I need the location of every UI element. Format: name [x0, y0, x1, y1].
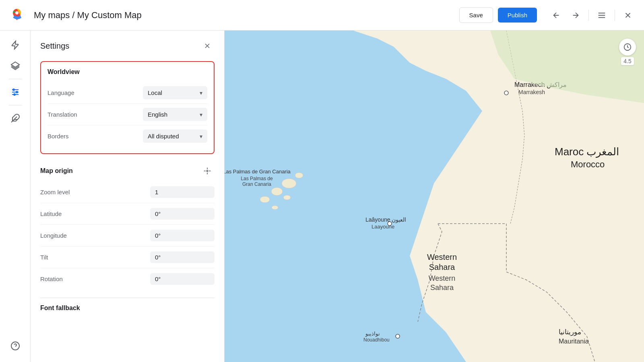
- latitude-value[interactable]: 0°: [150, 208, 215, 220]
- header-actions: Save Publish: [459, 7, 537, 23]
- zoom-clock-icon: [619, 39, 636, 56]
- svg-text:Morocco: Morocco: [571, 159, 605, 169]
- zoom-level-display: 4.5: [621, 57, 634, 65]
- map-origin-title: Map origin: [40, 167, 73, 175]
- svg-text:Gran Canaria: Gran Canaria: [242, 181, 271, 187]
- svg-text:Western: Western: [429, 274, 456, 282]
- rotation-value[interactable]: 0°: [150, 273, 215, 285]
- settings-title: Settings: [40, 41, 69, 51]
- svg-point-26: [396, 334, 400, 338]
- language-value: Local: [148, 89, 162, 96]
- tilt-row: Tilt 0°: [40, 247, 215, 268]
- crosshair-button[interactable]: [200, 164, 215, 178]
- language-label: Language: [47, 89, 143, 96]
- map-svg: Marrakech مراكش Marrakesh Maroc المغرب M…: [225, 31, 644, 362]
- svg-text:Laayoune: Laayoune: [372, 224, 394, 230]
- borders-value: All disputed: [148, 133, 179, 140]
- translation-row: Translation English ▾: [47, 104, 207, 125]
- font-fallback-title: Font fallback: [40, 304, 215, 312]
- header-nav: [548, 7, 636, 23]
- borders-label: Borders: [47, 133, 143, 140]
- svg-point-13: [206, 170, 208, 171]
- zoom-indicator: 4.5: [619, 39, 636, 65]
- svg-point-21: [260, 196, 270, 203]
- save-button[interactable]: Save: [459, 7, 493, 23]
- longitude-value[interactable]: 0°: [150, 230, 215, 241]
- map-origin-header: Map origin: [40, 164, 215, 178]
- close-button[interactable]: [620, 7, 636, 23]
- forward-button[interactable]: [568, 7, 584, 23]
- tilt-value[interactable]: 0°: [150, 251, 215, 263]
- header-divider: [588, 10, 589, 21]
- svg-text:Marrakesh: Marrakesh: [518, 89, 545, 95]
- translation-label: Translation: [47, 111, 143, 118]
- settings-close-button[interactable]: [200, 39, 215, 53]
- adjustments-icon-button[interactable]: [6, 82, 25, 102]
- svg-point-6: [13, 89, 14, 90]
- sidebar-icons: [0, 31, 31, 362]
- svg-point-27: [504, 91, 508, 95]
- map-area[interactable]: Marrakech مراكش Marrakesh Maroc المغرب M…: [225, 31, 644, 362]
- svg-text:Western: Western: [427, 253, 457, 261]
- rotation-label: Rotation: [40, 276, 150, 282]
- svg-text:Maroc المغرب: Maroc المغرب: [555, 146, 619, 158]
- svg-point-24: [272, 206, 278, 210]
- app-logo: [8, 6, 29, 25]
- borders-select[interactable]: All disputed ▾: [143, 130, 207, 143]
- layers-icon-button[interactable]: [6, 56, 25, 76]
- sidebar-divider-1: [9, 79, 22, 79]
- svg-point-8: [14, 94, 15, 95]
- svg-point-20: [271, 187, 283, 195]
- map-origin-section: Map origin Zoom level 1 Latitude: [40, 164, 215, 290]
- header-divider-2: [615, 10, 615, 21]
- longitude-label: Longitude: [40, 232, 150, 239]
- zoom-value[interactable]: 1: [150, 186, 215, 198]
- svg-text:Las Palmas de Gran Canaria: Las Palmas de Gran Canaria: [225, 169, 291, 175]
- rotation-row: Rotation 0°: [40, 268, 215, 290]
- publish-button[interactable]: Publish: [498, 8, 537, 23]
- svg-text:موريتانيا: موريتانيا: [559, 328, 581, 336]
- zoom-label: Zoom level: [40, 189, 150, 195]
- borders-row: Borders All disputed ▾: [47, 125, 207, 147]
- longitude-row: Longitude 0°: [40, 225, 215, 247]
- translation-select[interactable]: English ▾: [143, 108, 207, 121]
- extensions-icon-button[interactable]: [6, 109, 25, 128]
- svg-point-22: [295, 173, 303, 178]
- svg-text:Sahara: Sahara: [429, 263, 455, 272]
- sidebar-divider-2: [9, 105, 22, 105]
- lightning-icon-button[interactable]: [6, 35, 25, 55]
- header: My maps / My Custom Map Save Publish: [0, 0, 644, 31]
- language-row: Language Local ▾: [47, 82, 207, 104]
- map-title: My Custom Map: [77, 10, 142, 20]
- svg-text:Sahara: Sahara: [430, 284, 454, 292]
- language-chevron-icon: ▾: [200, 90, 202, 96]
- menu-button[interactable]: [594, 7, 610, 23]
- svg-point-1: [15, 11, 19, 14]
- back-button[interactable]: [548, 7, 564, 23]
- settings-panel: Settings Worldview Language Local ▾ Tran…: [31, 31, 225, 362]
- svg-text:Nouadhibou: Nouadhibou: [363, 337, 390, 343]
- borders-chevron-icon: ▾: [200, 133, 202, 140]
- translation-chevron-icon: ▾: [200, 111, 202, 118]
- main-content: Settings Worldview Language Local ▾ Tran…: [0, 31, 644, 362]
- settings-header: Settings: [40, 39, 215, 53]
- svg-point-19: [282, 179, 296, 188]
- svg-point-7: [16, 91, 18, 93]
- language-select[interactable]: Local ▾: [143, 86, 207, 99]
- worldview-title: Worldview: [47, 68, 207, 76]
- zoom-row: Zoom level 1: [40, 181, 215, 203]
- breadcrumb: My maps / My Custom Map: [34, 10, 454, 21]
- svg-text:Las Palmas de: Las Palmas de: [241, 176, 273, 181]
- latitude-row: Latitude 0°: [40, 203, 215, 225]
- svg-text:Laâyoune العيون: Laâyoune العيون: [365, 216, 406, 223]
- latitude-label: Latitude: [40, 210, 150, 217]
- worldview-section: Worldview Language Local ▾ Translation E…: [40, 61, 215, 154]
- tilt-label: Tilt: [40, 254, 150, 261]
- help-icon-button[interactable]: [6, 336, 25, 356]
- translation-value: English: [148, 111, 167, 118]
- svg-text:نواذيبو: نواذيبو: [365, 331, 380, 337]
- svg-point-23: [283, 195, 291, 200]
- section-divider: [40, 298, 215, 298]
- svg-text:Mauritania: Mauritania: [559, 338, 589, 345]
